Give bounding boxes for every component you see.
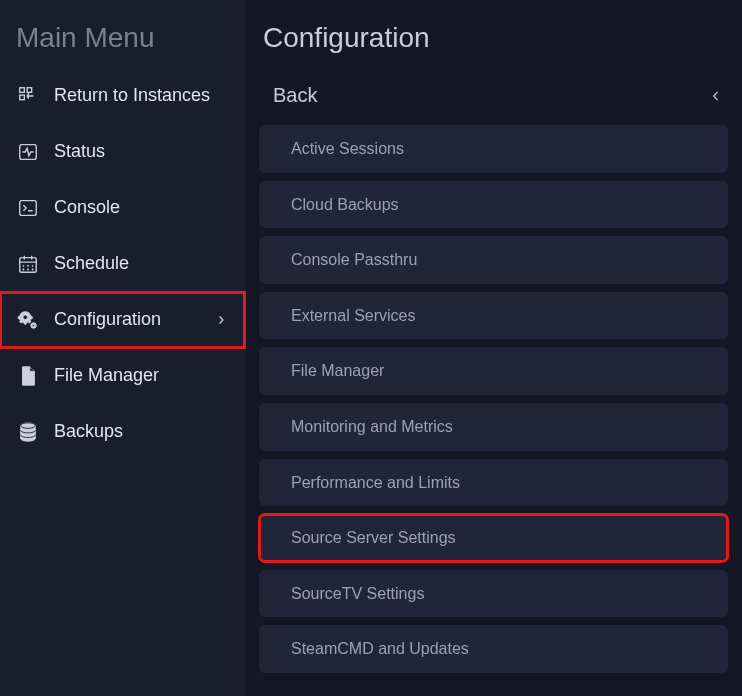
calendar-icon xyxy=(16,252,40,276)
sidebar-item-file-manager[interactable]: File Manager xyxy=(0,348,245,404)
terminal-icon xyxy=(16,196,40,220)
config-item-label: File Manager xyxy=(291,362,384,379)
sidebar-title: Main Menu xyxy=(0,0,245,68)
sidebar-item-backups[interactable]: Backups xyxy=(0,404,245,460)
activity-icon xyxy=(16,140,40,164)
back-button[interactable]: Back xyxy=(259,76,728,125)
config-item-label: Console Passthru xyxy=(291,251,417,268)
sidebar-item-label: Configuration xyxy=(54,308,199,331)
sidebar-item-label: Return to Instances xyxy=(54,84,229,107)
chevron-left-icon xyxy=(708,88,724,104)
config-item-label: SteamCMD and Updates xyxy=(291,640,469,657)
config-list: Active Sessions Cloud Backups Console Pa… xyxy=(259,125,728,673)
main-panel: Configuration Back Active Sessions Cloud… xyxy=(245,0,742,696)
config-item-external-services[interactable]: External Services xyxy=(259,292,728,340)
config-item-label: Cloud Backups xyxy=(291,196,399,213)
sidebar-item-label: Status xyxy=(54,140,229,163)
sidebar: Main Menu Return to Instances Status xyxy=(0,0,245,696)
sidebar-item-status[interactable]: Status xyxy=(0,124,245,180)
config-item-performance-and-limits[interactable]: Performance and Limits xyxy=(259,459,728,507)
svg-rect-1 xyxy=(27,88,32,93)
sidebar-item-console[interactable]: Console xyxy=(0,180,245,236)
config-title: Configuration xyxy=(259,0,728,76)
file-icon xyxy=(16,364,40,388)
return-icon xyxy=(16,84,40,108)
config-item-sourcetv-settings[interactable]: SourceTV Settings xyxy=(259,570,728,618)
sidebar-item-label: Console xyxy=(54,196,229,219)
sidebar-item-schedule[interactable]: Schedule xyxy=(0,236,245,292)
gears-icon xyxy=(16,308,40,332)
config-item-source-server-settings[interactable]: Source Server Settings xyxy=(259,514,728,562)
config-item-label: Performance and Limits xyxy=(291,474,460,491)
config-item-label: Source Server Settings xyxy=(291,529,456,546)
chevron-right-icon xyxy=(213,312,229,328)
config-item-label: External Services xyxy=(291,307,416,324)
config-item-label: Active Sessions xyxy=(291,140,404,157)
svg-point-7 xyxy=(32,324,34,326)
sidebar-item-return-to-instances[interactable]: Return to Instances xyxy=(0,68,245,124)
sidebar-item-label: File Manager xyxy=(54,364,229,387)
config-item-label: SourceTV Settings xyxy=(291,585,424,602)
svg-rect-4 xyxy=(20,201,37,216)
config-item-console-passthru[interactable]: Console Passthru xyxy=(259,236,728,284)
sidebar-item-label: Backups xyxy=(54,420,229,443)
sidebar-item-label: Schedule xyxy=(54,252,229,275)
config-item-label: Monitoring and Metrics xyxy=(291,418,453,435)
config-item-file-manager[interactable]: File Manager xyxy=(259,347,728,395)
config-item-cloud-backups[interactable]: Cloud Backups xyxy=(259,181,728,229)
back-label: Back xyxy=(273,84,317,107)
svg-rect-0 xyxy=(20,88,25,93)
svg-rect-2 xyxy=(20,95,25,100)
sidebar-item-configuration[interactable]: Configuration xyxy=(0,292,245,348)
config-item-monitoring-and-metrics[interactable]: Monitoring and Metrics xyxy=(259,403,728,451)
database-icon xyxy=(16,420,40,444)
config-item-steamcmd-and-updates[interactable]: SteamCMD and Updates xyxy=(259,625,728,673)
config-item-active-sessions[interactable]: Active Sessions xyxy=(259,125,728,173)
